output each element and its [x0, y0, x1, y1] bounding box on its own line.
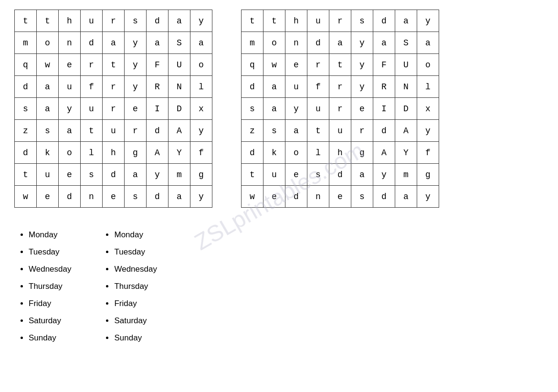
grid-cell: t [103, 54, 125, 76]
list-item: Saturday [114, 313, 157, 329]
grid-cell: D [168, 98, 190, 120]
grid-row: tuesdaymg [242, 164, 439, 186]
grid-cell: y [417, 120, 439, 142]
grid-cell: r [103, 76, 125, 98]
grid-cell: y [59, 98, 81, 120]
grid-cell: e [125, 98, 147, 120]
grid-cell: A [168, 120, 190, 142]
grid-cell: A [147, 142, 168, 164]
list-item: Thursday [114, 278, 157, 295]
word-search-grid-2: tthursdaymondayaSaqwertyFUodaufryRNlsayu… [241, 10, 439, 208]
grid-cell: a [395, 186, 417, 208]
grid-cell: m [168, 164, 190, 186]
grid-cell: g [351, 142, 373, 164]
grid-cell: t [307, 120, 329, 142]
grid-cell: y [125, 32, 147, 54]
grid-cell: d [373, 10, 395, 32]
grid-cell: r [125, 120, 147, 142]
grid-cell: d [373, 186, 395, 208]
grid-row: zsaturdAy [15, 120, 212, 142]
grid-cell: I [373, 98, 395, 120]
grid-cell: l [417, 76, 439, 98]
grid-cell: t [329, 54, 351, 76]
grid-cell: r [329, 76, 351, 98]
grid-cell: F [373, 54, 395, 76]
lists-row: MondayTuesdayWednesdayThursdayFridaySatu… [14, 227, 157, 347]
grid-cell: d [242, 142, 263, 164]
grid-cell: t [242, 10, 263, 32]
grid-cell: r [103, 10, 125, 32]
grid-cell: a [285, 120, 307, 142]
grid-cell: d [329, 164, 351, 186]
grid-cell: a [37, 76, 59, 98]
grid-cell: m [15, 32, 37, 54]
grid-cell: s [37, 120, 59, 142]
grid-row: wednesday [242, 186, 439, 208]
grid-cell: x [190, 98, 212, 120]
grid-row: sayureIDx [242, 98, 439, 120]
grid-cell: m [242, 32, 263, 54]
grid-row: dkolhgAYf [15, 142, 212, 164]
grid-cell: u [103, 120, 125, 142]
grid-cell: Y [168, 142, 190, 164]
grid-cell: a [329, 32, 351, 54]
grid-cell: U [168, 54, 190, 76]
grid-cell: a [190, 32, 212, 54]
grid-cell: y [190, 186, 212, 208]
grid-cell: N [168, 76, 190, 98]
grid-cell: h [103, 142, 125, 164]
word-search-grid-1: tthursdaymondayaSaqwertyFUodaufryRNlsayu… [14, 10, 212, 208]
grid-cell: d [15, 76, 37, 98]
grid-cell: a [168, 10, 190, 32]
grid-cell: a [395, 10, 417, 32]
grid-cell: o [417, 54, 439, 76]
grid-cell: s [242, 98, 263, 120]
grid-cell: n [81, 186, 103, 208]
grid-cell: y [417, 186, 439, 208]
grid-cell: l [190, 76, 212, 98]
grid-row: dkolhgAYf [242, 142, 439, 164]
grid-cell: s [125, 186, 147, 208]
grid-cell: a [263, 76, 285, 98]
grid-cell: q [15, 54, 37, 76]
grid-cell: d [103, 164, 125, 186]
grid-cell: e [59, 54, 81, 76]
grid-cell: a [125, 164, 147, 186]
grid-cell: g [417, 164, 439, 186]
grid-cell: u [285, 76, 307, 98]
grid-cell: a [351, 164, 373, 186]
grid-row: daufryRNl [15, 76, 212, 98]
list-item: Saturday [29, 313, 71, 329]
grid-row: mondayaSa [242, 32, 439, 54]
grid-cell: y [147, 164, 168, 186]
word-list-2: MondayTuesdayWednesdayThursdayFridaySatu… [100, 227, 157, 347]
grid-cell: s [351, 186, 373, 208]
grid-cell: g [190, 164, 212, 186]
grid-cell: k [263, 142, 285, 164]
list-item: Tuesday [114, 244, 157, 260]
grid-cell: y [125, 76, 147, 98]
grid-cell: w [37, 54, 59, 76]
grid-cell: f [417, 142, 439, 164]
grid-cell: n [285, 32, 307, 54]
grid-cell: o [263, 32, 285, 54]
list-item: Monday [29, 227, 71, 243]
grid-cell: f [307, 76, 329, 98]
grid-cell: u [37, 164, 59, 186]
grid-cell: y [417, 10, 439, 32]
grid-cell: e [285, 164, 307, 186]
grid-cell: h [59, 10, 81, 32]
grid-cell: h [285, 10, 307, 32]
grid-cell: s [351, 10, 373, 32]
grid-cell: e [103, 186, 125, 208]
grid-cell: D [395, 98, 417, 120]
grid-cell: r [329, 98, 351, 120]
grid-cell: d [285, 186, 307, 208]
grid-cell: h [329, 142, 351, 164]
grid-cell: N [395, 76, 417, 98]
list-item: Sunday [29, 330, 71, 346]
grid-cell: y [190, 10, 212, 32]
grid-cell: e [263, 186, 285, 208]
grid-row: daufryRNl [242, 76, 439, 98]
grid-cell: R [147, 76, 168, 98]
